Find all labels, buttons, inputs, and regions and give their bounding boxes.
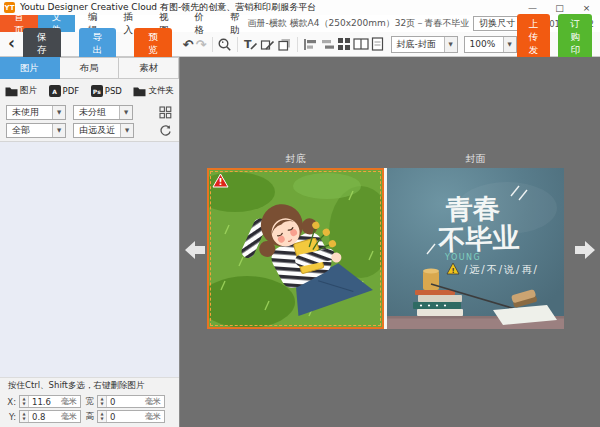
import-image-label: 图片	[20, 85, 37, 97]
two-page-icon	[353, 37, 369, 51]
align-bars-icon	[303, 37, 318, 52]
previous-page-button[interactable]	[184, 235, 206, 265]
text-edit-icon: T	[243, 37, 258, 52]
height-value: 0	[107, 411, 145, 422]
document-icon	[371, 37, 384, 51]
edit-text-button[interactable]: T	[243, 35, 258, 53]
group-manage-button[interactable]	[157, 104, 173, 120]
flag-align-icon	[320, 37, 335, 52]
chevron-down-icon: ▼	[119, 106, 132, 119]
zoom-level-dropdown[interactable]: 100% ▼	[464, 36, 517, 53]
toolbar-separator	[237, 37, 238, 52]
import-buttons-row: 图片 A PDF Ps PSD 文件夹	[0, 79, 179, 103]
group-filter-dropdown[interactable]: 未分组 ▼	[73, 105, 133, 120]
import-pdf-label: PDF	[63, 86, 80, 96]
refresh-icon	[159, 124, 172, 137]
filter-row-1: 未使用 ▼ 未分组 ▼	[0, 103, 179, 121]
align-left-button[interactable]	[303, 35, 318, 53]
maximize-icon[interactable]: □	[546, 0, 573, 15]
menu-help[interactable]: 帮助	[217, 15, 244, 32]
height-stepper[interactable]: ▲ ▼ 0 毫米	[97, 410, 165, 423]
warning-mark: !	[218, 177, 222, 187]
zoom-tool-button[interactable]	[217, 35, 232, 53]
x-label: X:	[6, 397, 16, 407]
psd-icon: Ps	[91, 85, 103, 97]
spinner-buttons[interactable]: ▲ ▼	[20, 396, 29, 407]
edit-image-button[interactable]	[260, 35, 275, 53]
spread-view-button[interactable]	[353, 35, 369, 53]
import-folder-label: 文件夹	[148, 85, 174, 97]
export-button[interactable]: 导出	[79, 28, 117, 60]
x-stepper[interactable]: ▲ ▼ 11.6 毫米	[19, 395, 81, 408]
back-cover-page[interactable]: !	[207, 168, 384, 329]
chevron-down-icon: ▼	[444, 37, 457, 52]
back-icon[interactable]: ‹	[8, 35, 15, 52]
copy-layer-button[interactable]	[277, 35, 292, 53]
minimize-icon[interactable]: —	[519, 0, 546, 15]
y-value: 0.8	[29, 411, 61, 422]
redo-icon: ↷	[196, 38, 207, 51]
redo-button[interactable]: ↷	[196, 35, 207, 53]
width-stepper[interactable]: ▲ ▼ 0 毫米	[97, 395, 165, 408]
usage-filter-dropdown[interactable]: 未使用 ▼	[6, 105, 66, 120]
chevron-down-icon: ▼	[120, 124, 133, 137]
chevron-down-icon: ▼	[503, 37, 516, 52]
zoom-level-value: 100%	[465, 37, 503, 52]
spinner-buttons[interactable]: ▲ ▼	[98, 411, 107, 422]
spinner-buttons[interactable]: ▲ ▼	[20, 411, 29, 422]
save-button[interactable]: 保存	[23, 28, 61, 60]
pencil-edit-icon	[260, 37, 275, 52]
window-controls: — □ ×	[519, 0, 600, 15]
next-page-button[interactable]	[574, 235, 596, 265]
undo-button[interactable]: ↶	[183, 35, 194, 53]
refresh-button[interactable]	[157, 122, 173, 138]
arrow-right-icon	[574, 239, 596, 261]
distribute-button[interactable]	[320, 35, 335, 53]
tab-images[interactable]: 图片	[0, 57, 60, 79]
page-selector-dropdown[interactable]: 封底-封面 ▼	[391, 36, 458, 53]
x-value: 11.6	[29, 396, 61, 407]
tab-materials[interactable]: 素材	[119, 57, 179, 79]
sort-filter-value: 由远及近	[74, 124, 120, 137]
image-list-panel[interactable]	[0, 141, 179, 377]
category-filter-dropdown[interactable]: 全部 ▼	[6, 123, 66, 138]
folder-icon	[133, 86, 146, 97]
spinner-down-icon: ▼	[20, 417, 28, 423]
size-switch-label: 切换尺寸	[474, 17, 520, 30]
toolbar-separator	[212, 37, 213, 52]
single-page-button[interactable]	[371, 35, 384, 53]
back-cover-label: 封底	[207, 152, 384, 166]
x-unit: 毫米	[61, 396, 80, 407]
cover-title-top: 青春	[445, 192, 501, 225]
close-icon[interactable]: ×	[573, 0, 600, 15]
spinner-buttons[interactable]: ▲ ▼	[98, 396, 107, 407]
undo-icon: ↶	[183, 38, 194, 51]
sort-filter-dropdown[interactable]: 由远及近 ▼	[73, 123, 134, 138]
arrow-left-icon	[184, 239, 206, 261]
width-unit: 毫米	[145, 396, 164, 407]
low-resolution-warning-icon[interactable]: !	[212, 173, 229, 190]
grid-view-button[interactable]	[337, 35, 351, 53]
cover-tagline: /远/不/说/再/	[464, 264, 539, 275]
import-folder-button[interactable]: 文件夹	[131, 84, 176, 98]
document-info: 画册-横款 横款A4（250x200mm）32页－青春不毕业	[248, 17, 470, 30]
cover-subtitle: YOUNG	[444, 253, 481, 262]
preview-button[interactable]: 预览	[134, 28, 172, 60]
filter-row-2: 全部 ▼ 由远及近 ▼	[0, 121, 179, 139]
menu-price[interactable]: 价格	[182, 15, 218, 32]
layers-icon	[277, 37, 292, 52]
selection-hint: 按住Ctrl、Shift多选，右键删除图片	[0, 377, 179, 393]
import-pdf-button[interactable]: A PDF	[47, 84, 82, 98]
front-cover-page[interactable]: 青春 不毕业 YOUNG ! /远/不/说/再/	[387, 168, 564, 329]
y-stepper[interactable]: ▲ ▼ 0.8 毫米	[19, 410, 81, 423]
front-cover-label: 封面	[387, 152, 564, 166]
chevron-down-icon: ▼	[52, 124, 65, 137]
y-label: Y:	[6, 412, 16, 422]
import-psd-button[interactable]: Ps PSD	[89, 84, 124, 98]
usage-filter-value: 未使用	[7, 106, 52, 119]
page-selector-value: 封底-封面	[392, 37, 444, 52]
tab-layout[interactable]: 布局	[60, 57, 120, 79]
left-sidebar: 图片 布局 素材 图片 A PDF Ps PSD	[0, 57, 180, 427]
import-image-button[interactable]: 图片	[3, 84, 39, 98]
design-canvas[interactable]: 封底 封面 !	[180, 57, 600, 427]
